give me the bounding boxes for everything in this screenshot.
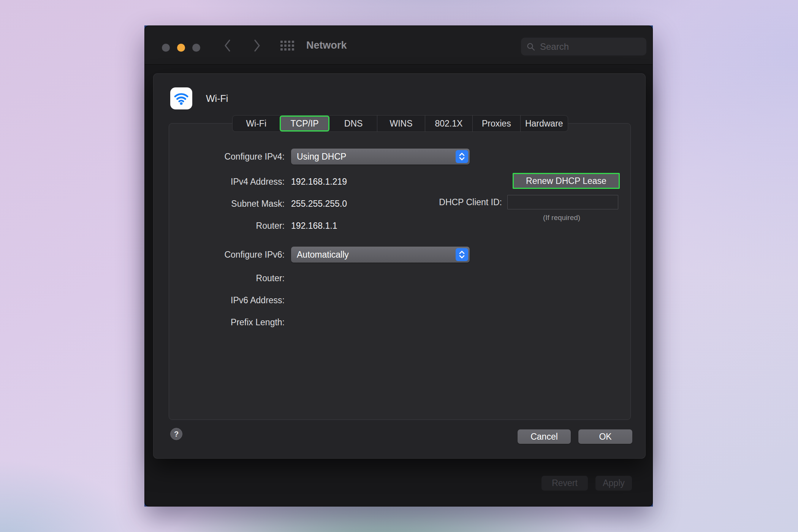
wifi-icon: [173, 90, 190, 107]
ipv4-router-value: 192.168.1.1: [291, 221, 337, 231]
service-header: Wi-Fi: [170, 87, 228, 109]
chevron-right-icon: [251, 37, 263, 54]
search-icon: [526, 42, 535, 51]
search-input[interactable]: [540, 41, 658, 52]
search-field[interactable]: [521, 38, 646, 55]
ipv4-router-label: Router:: [154, 221, 285, 231]
desktop-background: Network Wi-F: [0, 0, 798, 532]
tab-8021x[interactable]: 802.1X: [425, 116, 472, 131]
close-button[interactable]: [162, 44, 170, 52]
subnet-mask-label: Subnet Mask:: [154, 199, 285, 209]
apply-button[interactable]: Apply: [595, 476, 632, 491]
dhcp-client-id-label: DHCP Client ID:: [382, 197, 502, 207]
configure-ipv6-value: Automatically: [291, 250, 349, 260]
ipv4-address-row: IPv4 Address: 192.168.1.219: [154, 174, 347, 190]
tab-hardware[interactable]: Hardware: [520, 116, 568, 131]
revert-button[interactable]: Revert: [542, 476, 588, 491]
back-button[interactable]: [222, 37, 233, 54]
ipv6-router-label: Router:: [154, 273, 285, 283]
popup-stepper-icon: [456, 248, 468, 261]
minimize-button[interactable]: [177, 44, 185, 52]
configure-ipv6-label: Configure IPv6:: [154, 250, 285, 260]
prefix-length-label: Prefix Length:: [154, 317, 285, 328]
wifi-service-badge: [170, 87, 192, 109]
renew-dhcp-lease-button[interactable]: Renew DHCP Lease: [513, 173, 620, 189]
subnet-mask-row: Subnet Mask: 255.255.255.0: [154, 196, 347, 212]
forward-button[interactable]: [251, 37, 263, 54]
subnet-mask-value: 255.255.255.0: [291, 199, 347, 209]
tab-wins[interactable]: WINS: [377, 116, 424, 131]
dhcp-client-id-input[interactable]: [507, 195, 618, 209]
ok-button[interactable]: OK: [578, 429, 632, 444]
tab-tcpip[interactable]: TCP/IP: [280, 116, 329, 131]
chevron-left-icon: [222, 37, 233, 54]
configure-ipv6-popup[interactable]: Automatically: [291, 247, 470, 263]
ipv6-router-row: Router:: [154, 270, 291, 286]
prefix-length-row: Prefix Length:: [154, 314, 291, 330]
ipv6-address-row: IPv6 Address:: [154, 292, 291, 308]
show-all-grid-icon[interactable]: [280, 41, 295, 51]
ipv4-router-row: Router: 192.168.1.1: [154, 218, 337, 234]
configure-ipv4-value: Using DHCP: [291, 152, 346, 162]
help-button[interactable]: ?: [170, 428, 182, 440]
zoom-button[interactable]: [192, 44, 200, 52]
popup-stepper-icon: [456, 150, 468, 163]
cancel-button[interactable]: Cancel: [518, 429, 571, 444]
window-titlebar: Network: [145, 26, 652, 65]
tab-dns[interactable]: DNS: [329, 116, 377, 131]
configure-ipv4-row: Configure IPv4: Using DHCP: [154, 149, 470, 165]
wifi-settings-sheet: Wi-Fi Wi-Fi TCP/IP DNS WINS 802.1X Proxi…: [153, 73, 646, 459]
tab-wifi[interactable]: Wi-Fi: [233, 116, 280, 131]
tab-proxies[interactable]: Proxies: [472, 116, 520, 131]
ipv4-address-label: IPv4 Address:: [154, 177, 285, 187]
ipv6-address-label: IPv6 Address:: [154, 295, 285, 306]
configure-ipv6-row: Configure IPv6: Automatically: [154, 247, 470, 263]
configure-ipv4-label: Configure IPv4:: [154, 152, 285, 162]
dhcp-client-id-hint: (If required): [506, 214, 617, 222]
service-name-label: Wi-Fi: [206, 93, 228, 104]
ipv4-address-value: 192.168.1.219: [291, 177, 347, 187]
dhcp-client-id-row: DHCP Client ID:: [382, 194, 618, 210]
network-preferences-window: Network Wi-F: [144, 25, 653, 507]
configure-ipv4-popup[interactable]: Using DHCP: [291, 149, 470, 165]
tab-bar: Wi-Fi TCP/IP DNS WINS 802.1X Proxies Har…: [232, 115, 568, 132]
window-title: Network: [306, 40, 347, 51]
